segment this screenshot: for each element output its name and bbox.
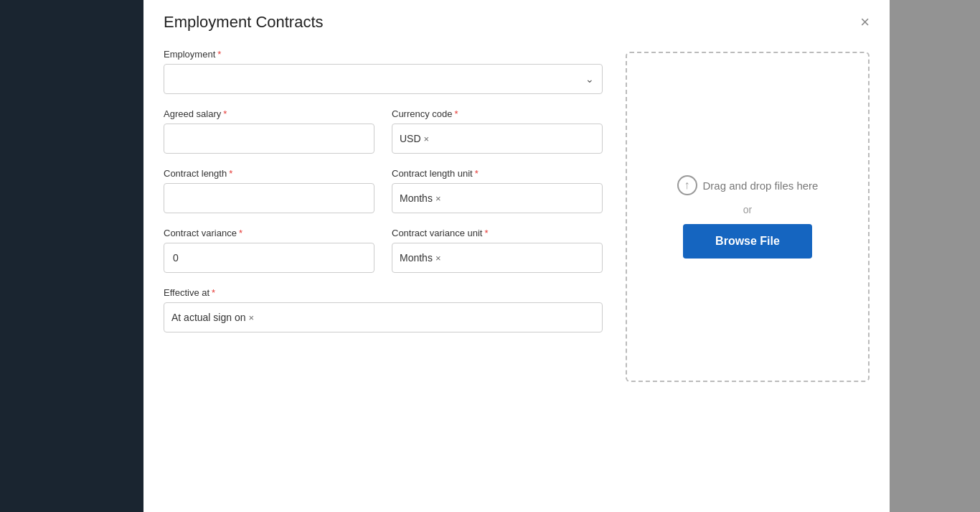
employment-contracts-modal: Employment Contracts × Employment* ⌄ xyxy=(143,0,890,512)
effective-at-remove-button[interactable]: × xyxy=(249,313,255,322)
currency-code-tag-input[interactable]: USD × xyxy=(392,124,603,154)
browse-file-button[interactable]: Browse File xyxy=(683,224,812,259)
contract-length-unit-remove-button[interactable]: × xyxy=(435,194,441,203)
currency-code-group: Currency code* USD × xyxy=(392,108,603,154)
contract-variance-unit-group: Contract variance unit* Months × xyxy=(392,228,603,273)
effective-at-group: Effective at* At actual sign on × xyxy=(164,287,603,332)
salary-currency-row: Agreed salary* Currency code* USD × xyxy=(164,108,603,154)
required-star-ea: * xyxy=(212,287,215,298)
modal-title: Employment Contracts xyxy=(164,13,324,32)
required-star-clu: * xyxy=(475,168,479,179)
employment-label: Employment* xyxy=(164,49,603,60)
contract-length-label: Contract length* xyxy=(164,168,374,179)
effective-at-label: Effective at* xyxy=(164,287,603,298)
contract-length-group: Contract length* xyxy=(164,168,374,213)
contract-variance-unit-tag: Months × xyxy=(400,252,441,264)
contract-length-unit-tag: Months × xyxy=(400,192,441,204)
effective-at-tag-input[interactable]: At actual sign on × xyxy=(164,302,603,332)
employment-group: Employment* ⌄ xyxy=(164,49,603,94)
contract-variance-label: Contract variance* xyxy=(164,228,374,238)
file-upload-box[interactable]: ↑ Drag and drop files here or Browse Fil… xyxy=(626,52,870,382)
contract-length-unit-group: Contract length unit* Months × xyxy=(392,168,603,213)
required-star-salary: * xyxy=(223,108,227,119)
modal-header: Employment Contracts × xyxy=(143,0,890,42)
contract-length-unit-label: Contract length unit* xyxy=(392,168,603,179)
agreed-salary-group: Agreed salary* xyxy=(164,108,374,154)
agreed-salary-input[interactable] xyxy=(164,124,374,154)
contract-length-input[interactable] xyxy=(164,183,374,213)
contract-variance-unit-remove-button[interactable]: × xyxy=(435,253,441,263)
required-star-cv: * xyxy=(239,228,242,238)
contract-variance-row: Contract variance* Contract variance uni… xyxy=(164,228,603,273)
contract-variance-unit-label: Contract variance unit* xyxy=(392,228,603,238)
employment-select[interactable] xyxy=(164,64,603,94)
upload-icon-wrapper: ↑ Drag and drop files here xyxy=(677,175,819,195)
employment-select-wrapper: ⌄ xyxy=(164,64,603,94)
required-star-currency: * xyxy=(455,108,458,119)
modal-close-button[interactable]: × xyxy=(860,14,870,30)
required-star-cl: * xyxy=(229,168,232,179)
form-section: Employment* ⌄ Agreed salary* xyxy=(164,49,603,498)
contract-variance-unit-tag-input[interactable]: Months × xyxy=(392,243,603,273)
contract-variance-group: Contract variance* xyxy=(164,228,374,273)
modal-body: Employment* ⌄ Agreed salary* xyxy=(143,42,890,512)
contract-length-row: Contract length* Contract length unit* M… xyxy=(164,168,603,213)
required-star: * xyxy=(217,49,221,60)
currency-code-remove-button[interactable]: × xyxy=(424,134,430,144)
contract-variance-input[interactable] xyxy=(164,243,374,273)
drag-drop-text: Drag and drop files here xyxy=(703,180,819,192)
contract-length-unit-tag-input[interactable]: Months × xyxy=(392,183,603,213)
effective-at-tag: At actual sign on × xyxy=(171,312,254,323)
upload-arrow-icon: ↑ xyxy=(677,175,697,195)
upload-section: ↑ Drag and drop files here or Browse Fil… xyxy=(626,49,870,498)
or-text: or xyxy=(743,204,752,215)
required-star-cvu: * xyxy=(484,228,488,238)
currency-code-label: Currency code* xyxy=(392,108,603,119)
agreed-salary-label: Agreed salary* xyxy=(164,108,374,119)
currency-code-tag: USD × xyxy=(400,133,429,144)
